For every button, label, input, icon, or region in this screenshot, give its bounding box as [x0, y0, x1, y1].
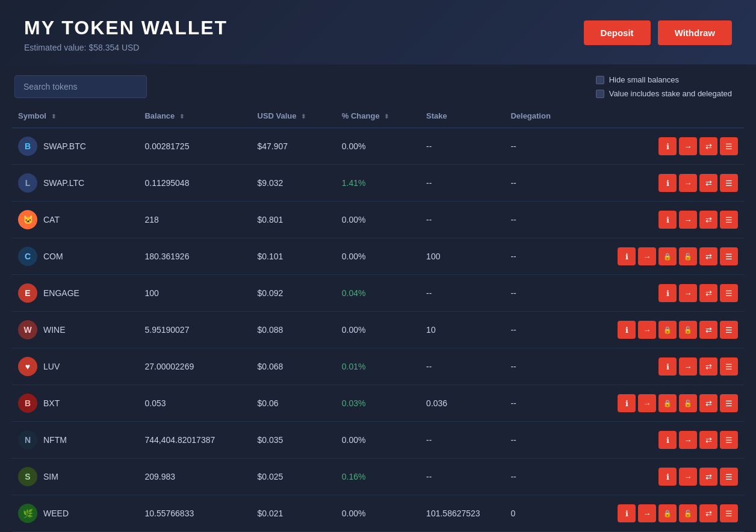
- transfer-button[interactable]: →: [679, 211, 697, 229]
- info-button[interactable]: ℹ: [658, 284, 677, 302]
- unlock-button[interactable]: 🔓: [679, 394, 697, 412]
- col-header-actions: [589, 104, 744, 128]
- token-delegation: --: [504, 202, 589, 238]
- swap-button[interactable]: ⇄: [699, 211, 717, 229]
- transfer-button[interactable]: →: [679, 174, 697, 192]
- menu-button[interactable]: ☰: [720, 211, 738, 229]
- table-container: Symbol ⬍ Balance ⬍ USD Value ⬍ % Change …: [0, 104, 756, 532]
- info-button[interactable]: ℹ: [658, 174, 677, 192]
- token-change: 0.00%: [336, 128, 420, 165]
- transfer-button[interactable]: →: [679, 431, 697, 449]
- unlock-icon: 🔓: [684, 253, 692, 261]
- unlock-button[interactable]: 🔓: [679, 247, 697, 265]
- unlock-button[interactable]: 🔓: [679, 321, 697, 339]
- info-button[interactable]: ℹ: [618, 247, 636, 265]
- token-balance: 27.00002269: [138, 348, 251, 385]
- token-symbol-cell: N NFTM: [12, 422, 138, 459]
- info-button[interactable]: ℹ: [658, 137, 677, 155]
- menu-button[interactable]: ☰: [720, 321, 738, 339]
- transfer-button[interactable]: →: [679, 468, 697, 486]
- table-body: B SWAP.BTC 0.00281725$47.9070.00%----ℹ→⇄…: [12, 128, 744, 532]
- token-change: 0.00%: [336, 495, 420, 532]
- unlock-icon: 🔓: [684, 510, 692, 518]
- token-icon: L: [18, 173, 37, 193]
- col-header-change[interactable]: % Change ⬍: [336, 104, 420, 128]
- token-icon: 🐱: [18, 210, 37, 229]
- swap-button[interactable]: ⇄: [699, 284, 717, 302]
- token-stake: --: [420, 128, 504, 165]
- swap-button[interactable]: ⇄: [699, 394, 717, 412]
- swap-icon: ⇄: [705, 436, 712, 445]
- swap-button[interactable]: ⇄: [699, 431, 717, 449]
- menu-button[interactable]: ☰: [720, 174, 738, 192]
- col-header-balance[interactable]: Balance ⬍: [138, 104, 251, 128]
- transfer-button[interactable]: →: [679, 284, 697, 302]
- swap-button[interactable]: ⇄: [699, 357, 717, 376]
- page-header: MY TOKEN WALLET Estimated value: $58.354…: [0, 0, 756, 64]
- token-cell: L SWAP.LTC: [18, 173, 132, 193]
- menu-button[interactable]: ☰: [720, 504, 738, 522]
- unlock-button[interactable]: 🔓: [679, 504, 697, 522]
- withdraw-button[interactable]: Withdraw: [658, 20, 732, 45]
- arrow-icon: →: [684, 472, 692, 481]
- swap-button[interactable]: ⇄: [699, 174, 717, 192]
- col-header-usd[interactable]: USD Value ⬍: [252, 104, 336, 128]
- token-change: 1.41%: [336, 165, 420, 202]
- swap-button[interactable]: ⇄: [699, 321, 717, 339]
- swap-button[interactable]: ⇄: [699, 504, 717, 522]
- token-delegation: --: [504, 312, 589, 348]
- col-header-symbol[interactable]: Symbol ⬍: [12, 104, 138, 128]
- info-button[interactable]: ℹ: [618, 321, 636, 339]
- action-buttons: ℹ→⇄☰: [595, 431, 738, 449]
- token-balance: 180.361926: [138, 238, 251, 275]
- menu-button[interactable]: ☰: [720, 247, 738, 265]
- swap-icon: ⇄: [705, 362, 712, 371]
- info-button[interactable]: ℹ: [618, 394, 636, 412]
- col-header-delegation: Delegation: [504, 104, 589, 128]
- lock-button[interactable]: 🔒: [658, 247, 677, 265]
- info-button[interactable]: ℹ: [618, 504, 636, 522]
- menu-button[interactable]: ☰: [720, 137, 738, 155]
- transfer-button[interactable]: →: [638, 504, 656, 522]
- info-button[interactable]: ℹ: [658, 468, 677, 486]
- swap-button[interactable]: ⇄: [699, 137, 717, 155]
- menu-button[interactable]: ☰: [720, 431, 738, 449]
- token-symbol-cell: ♥ LUV: [12, 348, 138, 385]
- token-cell: 🐱 CAT: [18, 210, 132, 229]
- menu-button[interactable]: ☰: [720, 394, 738, 412]
- info-button[interactable]: ℹ: [658, 431, 677, 449]
- action-buttons: ℹ→⇄☰: [595, 211, 738, 229]
- lock-button[interactable]: 🔒: [658, 394, 677, 412]
- info-button[interactable]: ℹ: [658, 211, 677, 229]
- info-button[interactable]: ℹ: [658, 357, 677, 376]
- token-symbol-cell: B BXT: [12, 385, 138, 422]
- transfer-button[interactable]: →: [679, 137, 697, 155]
- lock-icon: 🔒: [663, 400, 672, 407]
- token-name: SIM: [43, 472, 58, 481]
- lock-button[interactable]: 🔒: [658, 321, 677, 339]
- page-title: MY TOKEN WALLET: [24, 17, 228, 39]
- table-row: L SWAP.LTC 0.11295048$9.0321.41%----ℹ→⇄☰: [12, 165, 744, 202]
- menu-button[interactable]: ☰: [720, 284, 738, 302]
- transfer-button[interactable]: →: [638, 247, 656, 265]
- token-delegation: --: [504, 459, 589, 495]
- transfer-button[interactable]: →: [679, 357, 697, 376]
- token-cell: N NFTM: [18, 430, 132, 450]
- value-includes-label: Value includes stake and delegated: [609, 89, 732, 98]
- lock-button[interactable]: 🔒: [658, 504, 677, 522]
- hide-small-checkbox[interactable]: [596, 76, 604, 84]
- menu-button[interactable]: ☰: [720, 357, 738, 376]
- token-cell: E ENGAGE: [18, 283, 132, 303]
- table-row: B BXT 0.053$0.060.03%0.036--ℹ→🔒🔓⇄☰: [12, 385, 744, 422]
- menu-button[interactable]: ☰: [720, 468, 738, 486]
- deposit-button[interactable]: Deposit: [584, 20, 651, 45]
- token-usd-value: $0.021: [252, 495, 336, 532]
- swap-button[interactable]: ⇄: [699, 247, 717, 265]
- transfer-button[interactable]: →: [638, 394, 656, 412]
- swap-button[interactable]: ⇄: [699, 468, 717, 486]
- unlock-icon: 🔓: [684, 400, 692, 407]
- value-includes-checkbox[interactable]: [596, 90, 604, 98]
- transfer-button[interactable]: →: [638, 321, 656, 339]
- search-input[interactable]: [14, 75, 147, 98]
- token-actions: ℹ→⇄☰: [589, 202, 744, 238]
